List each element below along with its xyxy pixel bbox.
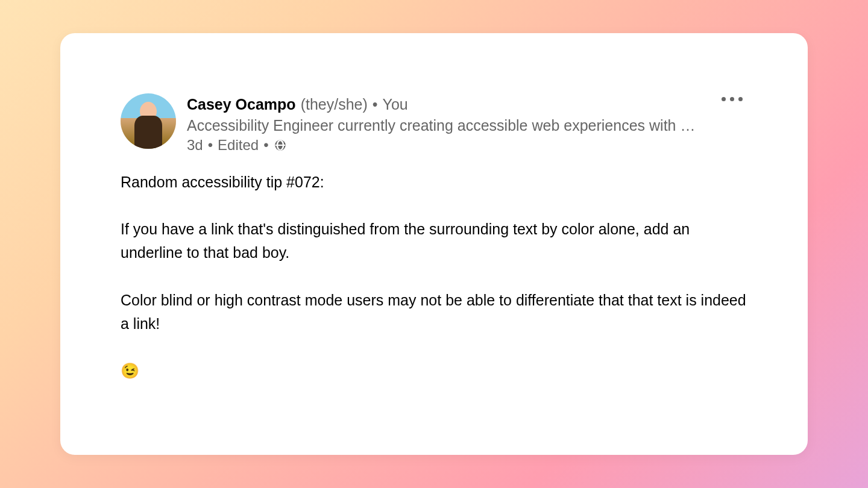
- post-card: Casey Ocampo (they/she) • You Accessibil…: [60, 33, 808, 455]
- author-name[interactable]: Casey Ocampo: [187, 95, 296, 114]
- svg-rect-1: [275, 145, 285, 146]
- dot-icon: [722, 97, 726, 101]
- post-header-text: Casey Ocampo (they/she) • You Accessibil…: [187, 93, 747, 154]
- separator: •: [208, 137, 213, 154]
- post-body: Random accessibility tip #072: If you ha…: [121, 170, 747, 383]
- dot-icon: [730, 97, 734, 101]
- post-paragraph: If you have a link that's distinguished …: [121, 217, 747, 264]
- globe-icon: [274, 139, 287, 152]
- avatar[interactable]: [121, 93, 176, 149]
- author-pronouns: (they/she): [301, 95, 368, 114]
- post-meta: 3d • Edited •: [187, 137, 747, 154]
- viewer-relation: You: [383, 95, 408, 114]
- edited-label: Edited: [218, 137, 259, 154]
- post-time: 3d: [187, 137, 203, 154]
- author-name-line: Casey Ocampo (they/she) • You: [187, 95, 747, 114]
- separator: •: [373, 95, 378, 114]
- overflow-menu-button[interactable]: [717, 92, 747, 106]
- post-header: Casey Ocampo (they/she) • You Accessibil…: [121, 93, 747, 154]
- post-paragraph: Random accessibility tip #072:: [121, 170, 747, 194]
- author-headline: Accessibility Engineer currently creatin…: [187, 117, 699, 134]
- post-paragraph: Color blind or high contrast mode users …: [121, 289, 747, 336]
- dot-icon: [738, 97, 743, 101]
- post-emoji: 😉: [121, 359, 747, 383]
- separator: •: [263, 137, 268, 154]
